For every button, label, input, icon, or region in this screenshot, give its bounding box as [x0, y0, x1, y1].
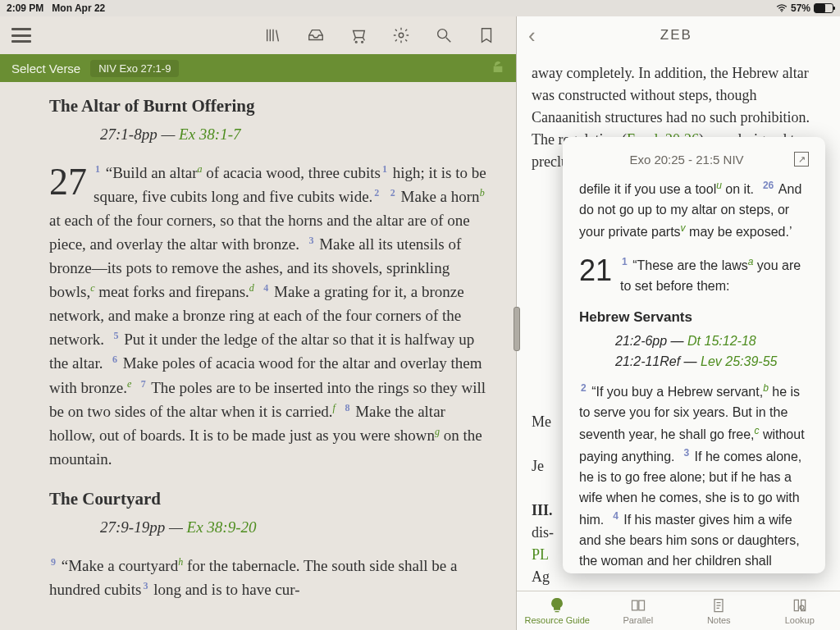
gear-icon[interactable] — [383, 19, 419, 52]
tab-resource-guide[interactable]: Resource Guide — [517, 591, 598, 630]
resource-title: ZEB — [560, 27, 829, 43]
tab-lookup[interactable]: Lookup — [760, 591, 841, 630]
parallel-ref: 27:9-19pp — Ex 38:9-20 — [49, 516, 491, 540]
expand-icon[interactable]: ↗ — [794, 152, 809, 167]
chapter-number: 27 — [49, 165, 87, 199]
bottom-tab-bar: Resource Guide Parallel Notes Lookup — [517, 591, 840, 630]
cart-icon[interactable] — [340, 19, 377, 52]
verse-reference-chip[interactable]: NIV Exo 27:1-9 — [90, 60, 179, 77]
inbox-icon[interactable] — [298, 19, 334, 52]
popup-content[interactable]: defile it if you use a toolu on it. 26 A… — [579, 178, 809, 573]
unlock-icon[interactable] — [491, 61, 504, 76]
scripture-content[interactable]: The Altar of Burnt Offering 27:1-8pp — E… — [0, 82, 516, 630]
battery-icon — [814, 3, 833, 13]
tab-notes[interactable]: Notes — [678, 591, 760, 630]
svg-point-3 — [399, 33, 404, 38]
bookmark-icon[interactable] — [468, 19, 504, 52]
main-toolbar — [0, 16, 516, 54]
status-date: Mon Apr 22 — [52, 2, 105, 14]
library-icon[interactable] — [255, 19, 291, 52]
svg-point-4 — [438, 30, 447, 39]
paragraph: 27 1 “Build an altara of acacia wood, th… — [49, 162, 491, 472]
parallel-ref: 27:1-8pp — Ex 38:1-7 — [49, 123, 491, 147]
verse-selector-bar: Select Verse NIV Exo 27:1-9 — [0, 54, 516, 82]
status-bar: 2:09 PM Mon Apr 22 57% — [0, 0, 840, 16]
battery-pct: 57% — [791, 2, 810, 14]
paragraph: 9 “Make a courtyardh for the tabernacle.… — [49, 555, 491, 602]
status-time: 2:09 PM — [7, 2, 43, 14]
popup-title: Exo 20:25 - 21:5 NIV — [579, 153, 794, 167]
chapter-number: 21 — [579, 258, 612, 284]
back-button[interactable]: ‹ — [528, 23, 560, 48]
right-pane-header: ‹ ZEB — [517, 16, 840, 54]
section-heading: The Altar of Burnt Offering — [49, 94, 491, 120]
menu-button[interactable] — [11, 28, 31, 43]
svg-point-1 — [355, 41, 357, 43]
svg-point-0 — [781, 11, 783, 12]
section-heading: Hebrew Servants — [579, 307, 809, 328]
verse-popup: Exo 20:25 - 21:5 NIV ↗ defile it if you … — [563, 137, 825, 573]
search-icon[interactable] — [426, 19, 462, 52]
svg-point-2 — [362, 41, 363, 43]
tab-parallel[interactable]: Parallel — [598, 591, 679, 630]
select-verse-label[interactable]: Select Verse — [11, 62, 80, 75]
pane-drag-handle[interactable] — [514, 307, 520, 351]
wifi-icon — [776, 4, 788, 12]
section-heading: The Courtyard — [49, 486, 491, 513]
